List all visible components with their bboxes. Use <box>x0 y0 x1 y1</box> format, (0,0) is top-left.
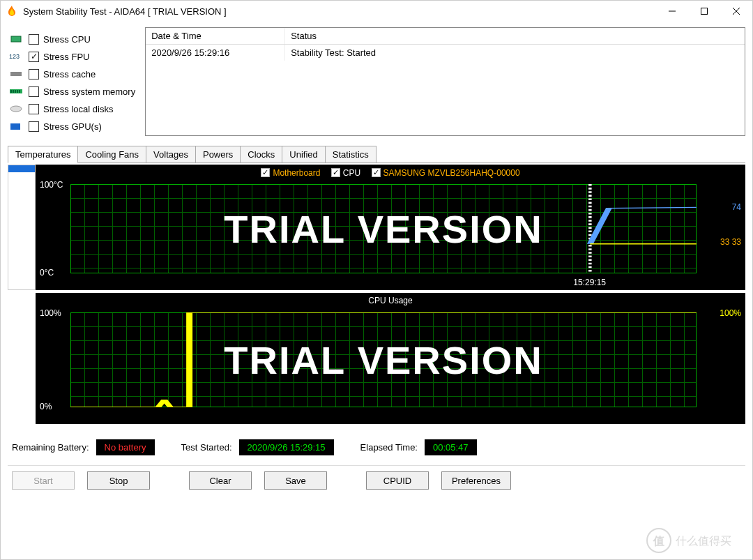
value-cpuusage: 100% <box>720 308 741 318</box>
spacer <box>8 293 36 424</box>
stress-gpu-checkbox[interactable] <box>29 121 39 132</box>
log-row[interactable]: 2020/9/26 15:29:16 Stability Test: Start… <box>146 45 745 61</box>
start-button: Start <box>12 471 75 490</box>
chart-legend: ✓Motherboard ✓CPU ✓SAMSUNG MZVLB256HAHQ-… <box>36 167 745 178</box>
save-button[interactable]: Save <box>264 471 327 490</box>
stress-disks[interactable]: Stress local disks <box>8 101 135 116</box>
y-axis-max: 100% <box>40 308 61 318</box>
stress-cache-checkbox[interactable] <box>29 69 39 80</box>
cpu-icon <box>8 33 24 45</box>
stress-cpu[interactable]: Stress CPU <box>8 31 135 47</box>
value-cpu: 74 <box>732 202 741 212</box>
titlebar: System Stability Test - AIDA64 [ TRIAL V… <box>1 1 752 22</box>
chart-plot <box>70 312 697 407</box>
stress-cache-label: Stress cache <box>43 69 96 80</box>
chart-plot <box>70 184 697 273</box>
y-axis-max: 100°C <box>40 180 63 190</box>
stop-button[interactable]: Stop <box>87 471 150 490</box>
log-header-date[interactable]: Date & Time <box>146 28 285 44</box>
stress-disks-checkbox[interactable] <box>29 104 39 114</box>
tab-cooling-fans[interactable]: Cooling Fans <box>77 146 146 162</box>
svg-text:什么值得买: 什么值得买 <box>675 535 731 547</box>
cpuid-button[interactable]: CPUID <box>366 471 429 490</box>
stress-cpu-label: Stress CPU <box>43 34 91 45</box>
x-marker: 15:29:15 <box>573 278 606 287</box>
cache-icon <box>8 68 24 80</box>
log-row-date: 2020/9/26 15:29:16 <box>146 45 285 61</box>
battery-label: Remaining Battery: <box>12 442 89 453</box>
minimize-button[interactable] <box>656 1 688 22</box>
tab-powers[interactable]: Powers <box>195 146 241 162</box>
stress-memory-checkbox[interactable] <box>29 86 39 97</box>
stress-fpu-checkbox[interactable] <box>29 52 39 62</box>
svg-rect-11 <box>17 90 18 93</box>
svg-rect-12 <box>19 90 20 93</box>
event-log[interactable]: Date & Time Status 2020/9/26 15:29:16 St… <box>145 27 745 136</box>
disk-icon <box>8 103 24 114</box>
legend-cpu[interactable]: ✓CPU <box>331 168 360 178</box>
sensor-selected[interactable] <box>8 165 35 172</box>
value-mb: 33 33 <box>720 237 741 247</box>
site-watermark: 值 什么值得买 <box>645 527 750 557</box>
app-icon <box>6 6 17 17</box>
clear-button[interactable]: Clear <box>189 471 252 490</box>
svg-rect-8 <box>10 90 12 93</box>
elapsed-label: Elapsed Time: <box>360 442 418 453</box>
tab-voltages[interactable]: Voltages <box>146 146 196 162</box>
tab-clocks[interactable]: Clocks <box>240 146 282 162</box>
stress-memory-label: Stress system memory <box>43 86 135 97</box>
status-bar: Remaining Battery: No battery Test Start… <box>8 439 745 455</box>
chart-tabs: Temperatures Cooling Fans Voltages Power… <box>8 146 745 163</box>
stress-gpu-label: Stress GPU(s) <box>43 121 102 132</box>
svg-rect-1 <box>701 8 708 15</box>
log-header: Date & Time Status <box>146 28 745 45</box>
tab-temperatures[interactable]: Temperatures <box>8 146 78 163</box>
tab-statistics[interactable]: Statistics <box>325 146 376 162</box>
button-row: Start Stop Clear Save CPUID Preferences <box>8 465 745 495</box>
maximize-button[interactable] <box>688 1 720 22</box>
close-button[interactable] <box>720 1 752 22</box>
cpu-chart-title: CPU Usage <box>36 296 745 305</box>
svg-text:值: 值 <box>653 535 664 547</box>
legend-motherboard[interactable]: ✓Motherboard <box>261 168 320 178</box>
cpu-usage-chart[interactable]: CPU Usage 100% 0% 100% TRIAL VERSION <box>36 293 745 424</box>
window-title: System Stability Test - AIDA64 [ TRIAL V… <box>23 6 656 17</box>
battery-value: No battery <box>96 439 155 455</box>
started-label: Test Started: <box>181 442 232 453</box>
stress-memory[interactable]: Stress system memory <box>8 84 135 99</box>
svg-rect-6 <box>10 72 22 76</box>
y-axis-min: 0% <box>40 402 52 411</box>
preferences-button[interactable]: Preferences <box>441 471 511 490</box>
svg-rect-10 <box>15 90 16 93</box>
temperature-chart[interactable]: ✓Motherboard ✓CPU ✓SAMSUNG MZVLB256HAHQ-… <box>36 165 745 290</box>
stress-options: Stress CPU 123 Stress FPU Stress cache S… <box>8 27 135 134</box>
memory-icon <box>8 86 24 97</box>
started-value: 2020/9/26 15:29:15 <box>239 439 334 455</box>
fpu-icon: 123 <box>8 51 24 62</box>
svg-rect-4 <box>11 36 21 42</box>
sensor-list[interactable] <box>8 165 36 290</box>
stress-cpu-checkbox[interactable] <box>29 34 39 45</box>
gpu-icon <box>8 121 24 132</box>
stress-gpu[interactable]: Stress GPU(s) <box>8 119 135 134</box>
stress-fpu-label: Stress FPU <box>43 52 89 62</box>
stress-fpu[interactable]: 123 Stress FPU <box>8 49 135 64</box>
log-header-status[interactable]: Status <box>285 28 745 44</box>
svg-rect-14 <box>10 123 20 130</box>
elapsed-value: 00:05:47 <box>425 439 477 455</box>
y-axis-min: 0°C <box>40 268 54 278</box>
svg-rect-9 <box>13 90 14 93</box>
svg-point-13 <box>10 106 22 112</box>
log-row-status: Stability Test: Started <box>285 45 745 61</box>
tab-unified[interactable]: Unified <box>282 146 325 162</box>
stress-disks-label: Stress local disks <box>43 104 113 114</box>
stress-cache[interactable]: Stress cache <box>8 66 135 82</box>
svg-text:123: 123 <box>9 53 20 60</box>
legend-samsung[interactable]: ✓SAMSUNG MZVLB256HAHQ-00000 <box>372 168 520 178</box>
